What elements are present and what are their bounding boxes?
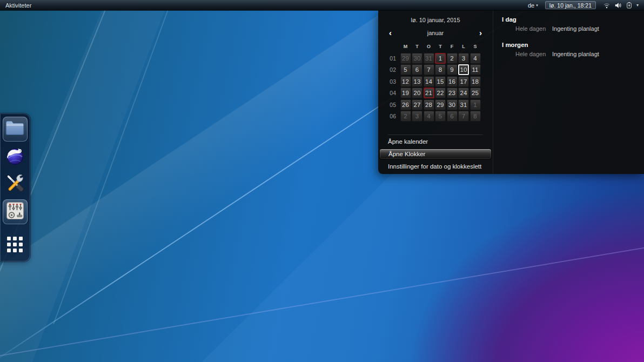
month-navigation: ‹ januar ›: [378, 29, 493, 37]
next-month-button[interactable]: ›: [479, 29, 482, 37]
weekday-header: F: [451, 44, 454, 49]
calendar-day[interactable]: 7: [424, 64, 434, 75]
calendar-day[interactable]: 14: [424, 76, 434, 87]
volume-icon: [614, 2, 622, 9]
calendar-day[interactable]: 4: [470, 53, 481, 64]
calendar-day[interactable]: 18: [470, 76, 481, 87]
event-row: Hele dagenIngenting planlagt: [502, 51, 644, 57]
calendar-grid: MTOTFLS012930311234025678910110312131415…: [385, 41, 493, 122]
wallpaper-line: [53, 9, 169, 324]
calendar-day[interactable]: 31: [424, 53, 434, 64]
calendar-day[interactable]: 2: [447, 53, 458, 64]
keyboard-layout-button[interactable]: de ▾: [524, 2, 542, 9]
weekday-header: S: [473, 44, 477, 49]
calendar-day[interactable]: 27: [412, 99, 422, 110]
week-number: 04: [390, 90, 399, 96]
calendar-day[interactable]: 31: [458, 99, 469, 110]
dock-item-tools[interactable]: [3, 172, 28, 197]
dock-item-browser[interactable]: [3, 144, 28, 169]
event-section: I dagHele dagenIngenting planlagt: [502, 16, 644, 32]
week-number: 01: [390, 55, 399, 62]
show-applications-button[interactable]: [3, 233, 28, 258]
event-time: Hele dagen: [515, 25, 552, 32]
separator: [388, 135, 483, 135]
activities-button[interactable]: Aktiviteter: [0, 0, 37, 10]
calendar-day[interactable]: 19: [400, 88, 411, 98]
calendar-day[interactable]: 25: [470, 88, 481, 98]
calendar-day[interactable]: 30: [447, 99, 458, 110]
event-text: Ingenting planlagt: [552, 51, 599, 57]
calendar-day[interactable]: 30: [412, 53, 422, 64]
web-browser-icon: [5, 145, 25, 168]
tweak-tool-icon: [5, 200, 25, 223]
month-label: januar: [427, 30, 444, 36]
calendar-day[interactable]: 23: [447, 88, 458, 98]
weekday-header: L: [462, 44, 465, 49]
weekday-header: O: [427, 44, 431, 49]
calendar-day[interactable]: 29: [435, 99, 446, 110]
calendar-day[interactable]: 5: [435, 111, 446, 122]
calendar-day[interactable]: 6: [447, 111, 458, 122]
chevron-down-icon: ▾: [636, 3, 639, 8]
calendar-day[interactable]: 12: [400, 76, 411, 87]
clock-button[interactable]: lø. 10 jan., 18:21: [545, 1, 596, 9]
network-icon: [603, 2, 611, 9]
calendar-day[interactable]: 2: [400, 111, 411, 122]
chevron-down-icon: ▾: [536, 3, 538, 8]
calendar-day[interactable]: 1: [435, 53, 446, 64]
system-tools-icon: [5, 173, 25, 196]
calendar-day[interactable]: 26: [400, 99, 411, 110]
weekday-header: M: [404, 44, 408, 49]
calendar-day[interactable]: 5: [400, 64, 411, 75]
event-section-title: I dag: [502, 16, 644, 23]
calendar-day[interactable]: 17: [458, 76, 469, 87]
calendar-day[interactable]: 8: [470, 111, 481, 122]
battery-icon: [626, 2, 633, 9]
calendar-day[interactable]: 13: [412, 76, 422, 87]
calendar-day[interactable]: 15: [435, 76, 446, 87]
calendar-day[interactable]: 21: [424, 88, 434, 98]
week-number: 06: [390, 113, 399, 119]
keyboard-layout-label: de: [528, 2, 534, 9]
calendar-day[interactable]: 4: [424, 111, 434, 122]
event-section: I morgenHele dagenIngenting planlagt: [502, 42, 644, 57]
open-clocks-item[interactable]: Åpne Klokker: [379, 149, 492, 159]
top-bar: Aktiviteter de ▾ lø. 10 jan., 18:21: [0, 0, 644, 10]
prev-month-button[interactable]: ‹: [389, 29, 392, 37]
events-pane: I dagHele dagenIngenting planlagtI morge…: [493, 10, 644, 174]
dash: [0, 113, 30, 262]
calendar-day[interactable]: 10: [458, 64, 469, 75]
calendar-day[interactable]: 1: [470, 99, 481, 110]
calendar-day[interactable]: 11: [470, 64, 481, 75]
system-status-button[interactable]: ▾: [599, 2, 644, 9]
week-number: 03: [390, 78, 399, 85]
event-row: Hele dagenIngenting planlagt: [502, 25, 644, 32]
dock-item-files[interactable]: [3, 117, 28, 142]
calendar-day[interactable]: 6: [412, 64, 422, 75]
calendar-day[interactable]: 24: [458, 88, 469, 98]
app-grid-icon: [7, 237, 23, 255]
event-section-title: I morgen: [502, 42, 644, 48]
calendar-day[interactable]: 20: [412, 88, 422, 98]
weekday-header: T: [439, 44, 442, 49]
datetime-settings-item[interactable]: Innstillinger for dato og klokkeslett: [378, 160, 493, 172]
calendar-day[interactable]: 8: [435, 64, 446, 75]
event-text: Ingenting planlagt: [552, 25, 599, 32]
calendar-day[interactable]: 9: [447, 64, 458, 75]
file-manager-icon: [5, 119, 25, 139]
desktop: Aktiviteter de ▾ lø. 10 jan., 18:21: [0, 0, 644, 362]
calendar-day[interactable]: 16: [447, 76, 458, 87]
calendar-day[interactable]: 3: [412, 111, 422, 122]
event-time: Hele dagen: [515, 51, 552, 57]
weekday-header: T: [415, 44, 419, 49]
calendar-day[interactable]: 28: [424, 99, 434, 110]
calendar-pane: lø. 10 januar, 2015 ‹ januar › MTOTFLS01…: [378, 10, 493, 174]
wallpaper-line: [0, 225, 644, 360]
calendar-day[interactable]: 3: [458, 53, 469, 64]
calendar-day[interactable]: 7: [458, 111, 469, 122]
dock-item-tweaks[interactable]: [3, 199, 28, 224]
week-number: 02: [390, 66, 399, 73]
calendar-day[interactable]: 29: [400, 53, 411, 64]
open-calendar-item[interactable]: Åpne kalender: [378, 136, 493, 148]
calendar-day[interactable]: 22: [435, 88, 446, 98]
